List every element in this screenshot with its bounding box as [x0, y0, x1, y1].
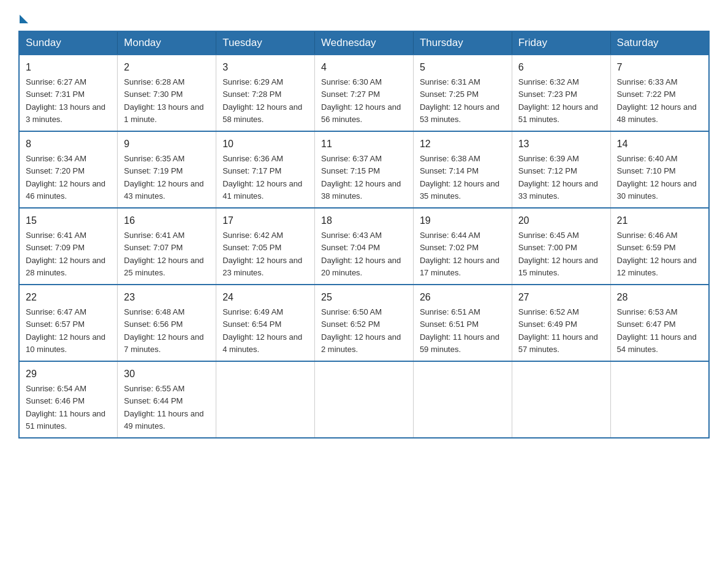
- calendar-day-cell: 1Sunrise: 6:27 AMSunset: 7:31 PMDaylight…: [19, 55, 118, 131]
- day-number: 6: [518, 60, 604, 75]
- day-info: Sunrise: 6:52 AMSunset: 6:49 PMDaylight:…: [518, 307, 598, 354]
- page-header: [18, 12, 710, 20]
- calendar-day-cell: [512, 361, 610, 438]
- day-info: Sunrise: 6:55 AMSunset: 6:44 PMDaylight:…: [124, 384, 203, 431]
- day-number: 8: [26, 137, 111, 151]
- calendar-day-cell: 29Sunrise: 6:54 AMSunset: 6:46 PMDayligh…: [19, 361, 118, 438]
- day-number: 18: [321, 213, 407, 228]
- day-info: Sunrise: 6:31 AMSunset: 7:25 PMDaylight:…: [420, 77, 499, 124]
- day-number: 13: [518, 137, 604, 151]
- calendar-day-header: Friday: [512, 31, 610, 55]
- day-number: 9: [124, 137, 210, 151]
- day-info: Sunrise: 6:46 AMSunset: 6:59 PMDaylight:…: [617, 231, 697, 277]
- day-info: Sunrise: 6:41 AMSunset: 7:09 PMDaylight:…: [26, 231, 105, 277]
- calendar-day-cell: [413, 361, 512, 438]
- day-number: 17: [222, 213, 308, 228]
- day-number: 21: [617, 213, 702, 228]
- day-info: Sunrise: 6:43 AMSunset: 7:04 PMDaylight:…: [321, 231, 401, 277]
- day-number: 12: [420, 137, 506, 151]
- day-number: 11: [321, 137, 407, 151]
- day-info: Sunrise: 6:44 AMSunset: 7:02 PMDaylight:…: [420, 231, 499, 277]
- calendar-day-cell: 26Sunrise: 6:51 AMSunset: 6:51 PMDayligh…: [413, 285, 512, 361]
- calendar-day-cell: 15Sunrise: 6:41 AMSunset: 7:09 PMDayligh…: [19, 208, 118, 285]
- day-info: Sunrise: 6:29 AMSunset: 7:28 PMDaylight:…: [222, 77, 302, 124]
- day-info: Sunrise: 6:47 AMSunset: 6:57 PMDaylight:…: [26, 307, 105, 354]
- day-info: Sunrise: 6:51 AMSunset: 6:51 PMDaylight:…: [420, 307, 499, 354]
- day-number: 27: [518, 290, 604, 305]
- day-number: 7: [617, 60, 702, 75]
- day-number: 19: [420, 213, 506, 228]
- calendar-day-cell: 9Sunrise: 6:35 AMSunset: 7:19 PMDaylight…: [118, 131, 216, 208]
- day-number: 16: [124, 213, 210, 228]
- day-info: Sunrise: 6:42 AMSunset: 7:05 PMDaylight:…: [222, 231, 302, 277]
- calendar-day-cell: 27Sunrise: 6:52 AMSunset: 6:49 PMDayligh…: [512, 285, 610, 361]
- calendar-week-row: 15Sunrise: 6:41 AMSunset: 7:09 PMDayligh…: [19, 208, 709, 285]
- day-info: Sunrise: 6:49 AMSunset: 6:54 PMDaylight:…: [222, 307, 302, 354]
- day-number: 15: [26, 213, 111, 228]
- day-number: 29: [26, 367, 111, 381]
- day-info: Sunrise: 6:36 AMSunset: 7:17 PMDaylight:…: [222, 154, 302, 201]
- day-info: Sunrise: 6:28 AMSunset: 7:30 PMDaylight:…: [124, 77, 203, 124]
- calendar-day-cell: [216, 361, 315, 438]
- calendar-day-cell: [315, 361, 414, 438]
- calendar-day-cell: 10Sunrise: 6:36 AMSunset: 7:17 PMDayligh…: [216, 131, 315, 208]
- calendar-week-row: 8Sunrise: 6:34 AMSunset: 7:20 PMDaylight…: [19, 131, 709, 208]
- calendar-day-cell: [610, 361, 709, 438]
- calendar-day-cell: 14Sunrise: 6:40 AMSunset: 7:10 PMDayligh…: [610, 131, 709, 208]
- calendar-day-cell: 16Sunrise: 6:41 AMSunset: 7:07 PMDayligh…: [118, 208, 216, 285]
- day-number: 20: [518, 213, 604, 228]
- calendar-day-cell: 18Sunrise: 6:43 AMSunset: 7:04 PMDayligh…: [315, 208, 414, 285]
- calendar-day-header: Wednesday: [315, 31, 414, 55]
- day-info: Sunrise: 6:33 AMSunset: 7:22 PMDaylight:…: [617, 77, 697, 124]
- day-info: Sunrise: 6:34 AMSunset: 7:20 PMDaylight:…: [26, 154, 105, 201]
- day-info: Sunrise: 6:50 AMSunset: 6:52 PMDaylight:…: [321, 307, 401, 354]
- day-number: 24: [222, 290, 308, 305]
- day-info: Sunrise: 6:40 AMSunset: 7:10 PMDaylight:…: [617, 154, 697, 201]
- day-info: Sunrise: 6:32 AMSunset: 7:23 PMDaylight:…: [518, 77, 598, 124]
- day-info: Sunrise: 6:48 AMSunset: 6:56 PMDaylight:…: [124, 307, 203, 354]
- day-info: Sunrise: 6:39 AMSunset: 7:12 PMDaylight:…: [518, 154, 598, 201]
- calendar-day-cell: 17Sunrise: 6:42 AMSunset: 7:05 PMDayligh…: [216, 208, 315, 285]
- calendar-day-cell: 19Sunrise: 6:44 AMSunset: 7:02 PMDayligh…: [413, 208, 512, 285]
- calendar-day-cell: 21Sunrise: 6:46 AMSunset: 6:59 PMDayligh…: [610, 208, 709, 285]
- calendar-table: SundayMondayTuesdayWednesdayThursdayFrid…: [18, 31, 710, 439]
- logo-arrow-icon: [20, 15, 28, 23]
- calendar-day-cell: 5Sunrise: 6:31 AMSunset: 7:25 PMDaylight…: [413, 55, 512, 131]
- calendar-day-cell: 12Sunrise: 6:38 AMSunset: 7:14 PMDayligh…: [413, 131, 512, 208]
- calendar-day-header: Tuesday: [216, 31, 315, 55]
- calendar-day-header: Sunday: [19, 31, 118, 55]
- calendar-day-cell: 4Sunrise: 6:30 AMSunset: 7:27 PMDaylight…: [315, 55, 414, 131]
- calendar-day-cell: 30Sunrise: 6:55 AMSunset: 6:44 PMDayligh…: [118, 361, 216, 438]
- calendar-day-cell: 23Sunrise: 6:48 AMSunset: 6:56 PMDayligh…: [118, 285, 216, 361]
- calendar-day-cell: 11Sunrise: 6:37 AMSunset: 7:15 PMDayligh…: [315, 131, 414, 208]
- day-number: 25: [321, 290, 407, 305]
- calendar-day-header: Saturday: [610, 31, 709, 55]
- day-number: 5: [420, 60, 506, 75]
- calendar-day-cell: 8Sunrise: 6:34 AMSunset: 7:20 PMDaylight…: [19, 131, 118, 208]
- calendar-day-cell: 6Sunrise: 6:32 AMSunset: 7:23 PMDaylight…: [512, 55, 610, 131]
- day-info: Sunrise: 6:35 AMSunset: 7:19 PMDaylight:…: [124, 154, 203, 201]
- logo: [18, 12, 28, 20]
- day-number: 2: [124, 60, 210, 75]
- day-number: 4: [321, 60, 407, 75]
- calendar-day-cell: 2Sunrise: 6:28 AMSunset: 7:30 PMDaylight…: [118, 55, 216, 131]
- day-number: 28: [617, 290, 702, 305]
- day-number: 10: [222, 137, 308, 151]
- calendar-day-cell: 28Sunrise: 6:53 AMSunset: 6:47 PMDayligh…: [610, 285, 709, 361]
- day-info: Sunrise: 6:30 AMSunset: 7:27 PMDaylight:…: [321, 77, 401, 124]
- day-info: Sunrise: 6:45 AMSunset: 7:00 PMDaylight:…: [518, 231, 598, 277]
- day-info: Sunrise: 6:53 AMSunset: 6:47 PMDaylight:…: [617, 307, 697, 354]
- day-info: Sunrise: 6:27 AMSunset: 7:31 PMDaylight:…: [26, 77, 105, 124]
- day-number: 1: [26, 60, 111, 75]
- day-info: Sunrise: 6:54 AMSunset: 6:46 PMDaylight:…: [26, 384, 105, 431]
- day-number: 30: [124, 367, 210, 381]
- calendar-header-row: SundayMondayTuesdayWednesdayThursdayFrid…: [19, 31, 709, 55]
- day-number: 23: [124, 290, 210, 305]
- calendar-day-header: Thursday: [413, 31, 512, 55]
- calendar-day-cell: 7Sunrise: 6:33 AMSunset: 7:22 PMDaylight…: [610, 55, 709, 131]
- calendar-day-header: Monday: [118, 31, 216, 55]
- day-info: Sunrise: 6:38 AMSunset: 7:14 PMDaylight:…: [420, 154, 499, 201]
- day-info: Sunrise: 6:37 AMSunset: 7:15 PMDaylight:…: [321, 154, 401, 201]
- calendar-day-cell: 24Sunrise: 6:49 AMSunset: 6:54 PMDayligh…: [216, 285, 315, 361]
- day-number: 14: [617, 137, 702, 151]
